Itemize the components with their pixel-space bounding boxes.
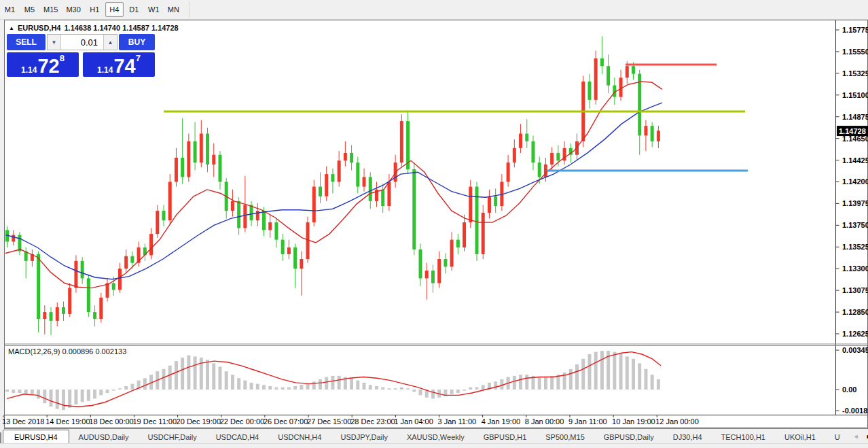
date-tick-label: 28 Dec 23:00 <box>350 417 395 426</box>
bid-price-display[interactable]: 1.14 72 8 <box>7 52 79 77</box>
candle-body <box>381 190 384 206</box>
chart-tab-usdjpy-daily[interactable]: USDJPY,Daily <box>331 431 397 443</box>
candle-body <box>231 201 234 211</box>
candle-body <box>657 131 660 141</box>
macd-histogram-bar <box>12 390 15 393</box>
macd-histogram-bar <box>356 381 359 390</box>
chart-tab-tech100-h1[interactable]: TECH100,H1 <box>712 431 775 443</box>
candle-body <box>513 148 516 162</box>
price-tick-label: 1.15100 <box>842 91 868 99</box>
candle-body <box>106 283 109 297</box>
macd-histogram-bar <box>369 385 372 390</box>
macd-signal-value: 0.002133 <box>95 347 126 356</box>
macd-histogram-bar <box>350 378 353 390</box>
bid-price-pips: 72 <box>37 57 59 75</box>
chart-tab-gbpusd-h1[interactable]: GBPUSD,H1 <box>474 431 537 443</box>
macd-histogram-bar <box>519 375 522 390</box>
ask-price-display[interactable]: 1.14 74 7 <box>83 52 155 77</box>
date-tick-label: 10 Jan 19:00 <box>612 417 655 426</box>
candle-body <box>494 196 497 206</box>
candle-body <box>456 240 460 247</box>
macd-histogram-bar <box>657 379 660 390</box>
macd-histogram-bar <box>632 359 635 390</box>
macd-histogram-bar <box>306 384 310 390</box>
candle-body <box>262 211 266 230</box>
macd-histogram-bar <box>124 386 128 390</box>
macd-histogram-bar <box>93 390 96 398</box>
chart-tab-usdchf-daily[interactable]: USDCHF,Daily <box>139 431 206 443</box>
bid-price-prefix: 1.14 <box>21 65 37 75</box>
tab-stub[interactable] <box>0 432 1 443</box>
candle-body <box>325 174 328 196</box>
candle-body <box>306 222 310 259</box>
candle-body <box>550 153 554 165</box>
macd-histogram-bar <box>469 387 472 390</box>
date-axis[interactable]: 13 Dec 201814 Dec 19:0018 Dec 00:0019 De… <box>2 415 699 426</box>
volume-increase-icon[interactable]: ▲ <box>103 35 117 50</box>
chart-tab-usdcnh-h4[interactable]: USDCNH,H4 <box>268 431 331 443</box>
chart-tab-xauusd-weekly[interactable]: XAUUSD,Weekly <box>397 431 474 443</box>
bid-price-point: 8 <box>60 53 65 63</box>
macd-histogram-bar <box>130 384 134 390</box>
macd-histogram-bar <box>212 363 215 390</box>
macd-histogram-bar <box>300 385 303 390</box>
volume-stepper: ▼ ▲ <box>47 34 117 50</box>
date-tick-label: 18 Dec 00:00 <box>89 417 133 426</box>
sell-button[interactable]: SELL <box>7 34 46 50</box>
ask-price-prefix: 1.14 <box>97 65 113 75</box>
chart-tab-dj30-h4[interactable]: DJ30,H4 <box>664 431 712 443</box>
candle-body <box>81 261 84 279</box>
collapse-panel-icon[interactable]: ▲ <box>9 25 14 31</box>
price-tick-label: 1.12850 <box>842 308 868 316</box>
candle-body <box>37 254 40 319</box>
candle-body <box>387 182 391 205</box>
candle-body <box>488 196 491 213</box>
tab-scroll-left-icon[interactable]: ◄ <box>850 433 863 440</box>
candle-body <box>181 158 184 177</box>
volume-input[interactable] <box>61 35 103 50</box>
chart-tab-audusd-daily[interactable]: AUDUSD,Daily <box>69 431 139 443</box>
chart-tab-gbpusd-daily[interactable]: GBPUSD,Daily <box>594 431 664 443</box>
status-strip <box>0 443 868 448</box>
candle-body <box>187 141 190 177</box>
chart-tab-sp500-m15[interactable]: SP500,M15 <box>536 431 594 443</box>
macd-histogram-bar <box>319 379 322 390</box>
macd-histogram-bar <box>68 390 71 408</box>
chart-tab-u[interactable]: U <box>825 431 850 443</box>
macd-indicator-label: MACD(12,26,9) 0.000896 0.002133 <box>8 347 126 356</box>
price-tick-label: 1.13750 <box>842 221 868 229</box>
candle-body <box>87 278 90 312</box>
macd-histogram-bar <box>363 383 366 390</box>
buy-button[interactable]: BUY <box>119 34 155 50</box>
date-tick-label: 20 Dec 19:00 <box>177 417 221 426</box>
volume-decrease-icon[interactable]: ▼ <box>48 35 61 50</box>
ask-price-pips: 74 <box>113 57 135 75</box>
candle-body <box>18 235 21 252</box>
macd-histogram-bar <box>206 360 209 390</box>
candle-body <box>268 222 272 230</box>
candle-body <box>149 234 153 255</box>
date-tick-label: 26 Dec 07:00 <box>264 417 308 426</box>
macd-histogram-bar <box>463 390 466 391</box>
macd-histogram-bar <box>87 390 90 401</box>
macd-histogram-bar <box>200 358 203 390</box>
tab-scroll-right-icon[interactable]: ► <box>863 433 868 440</box>
macd-histogram-bar <box>644 369 647 390</box>
chart-tab-ukoil-h1[interactable]: UKOil,H1 <box>775 431 825 443</box>
candle-body <box>350 153 353 162</box>
chart-tab-eurusd-h4[interactable]: EURUSD,H4 <box>3 430 69 443</box>
chart-ohlc-values: 1.14638 1.14740 1.14587 1.14728 <box>65 24 179 32</box>
price-tick-label: 1.13975 <box>842 199 868 207</box>
chart-symbol-label: EURUSD,H4 <box>18 24 61 32</box>
candle-body <box>419 249 422 279</box>
candle-body <box>243 205 247 228</box>
macd-histogram-bar <box>5 390 9 392</box>
chart-tab-usdcad-h4[interactable]: USDCAD,H4 <box>206 431 269 443</box>
price-tick-label: 1.15550 <box>842 48 868 56</box>
macd-histogram-bar <box>274 387 278 390</box>
macd-histogram-bar <box>187 356 190 390</box>
candle-body <box>74 261 77 288</box>
candle-body <box>50 312 53 321</box>
macd-histogram-bar <box>651 375 654 390</box>
candle-body <box>482 213 485 254</box>
